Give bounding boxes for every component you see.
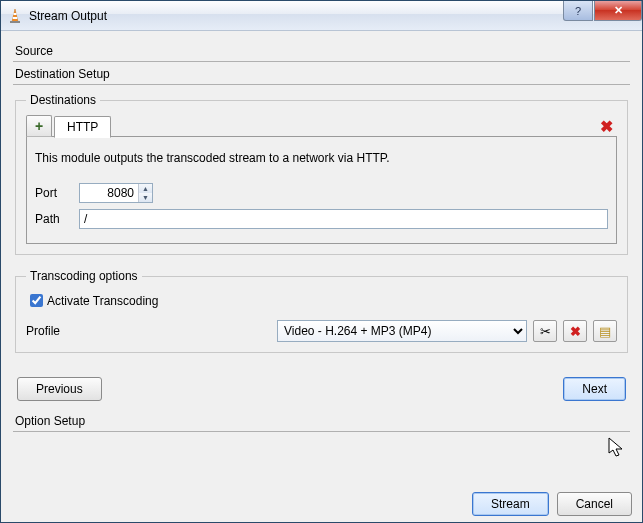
svg-rect-1 — [14, 13, 17, 15]
profile-row: Profile Video - H.264 + MP3 (MP4) ✂ ✖ ▤ — [26, 320, 617, 342]
stream-output-window: Stream Output ? ✕ Source Destination Set… — [0, 0, 643, 523]
spacer2 — [13, 434, 630, 478]
module-description: This module outputs the transcoded strea… — [35, 151, 608, 165]
transcoding-group: Transcoding options Activate Transcoding… — [15, 269, 628, 353]
stream-button[interactable]: Stream — [472, 492, 549, 516]
titlebar: Stream Output ? ✕ — [1, 1, 642, 31]
transcoding-legend: Transcoding options — [26, 269, 142, 283]
path-label: Path — [35, 212, 79, 226]
svg-rect-3 — [10, 21, 20, 23]
port-row: Port ▲ ▼ — [35, 183, 608, 203]
section-destination-setup[interactable]: Destination Setup — [13, 64, 630, 85]
previous-button[interactable]: Previous — [17, 377, 102, 401]
spinner-up-icon[interactable]: ▲ — [139, 184, 152, 193]
section-source[interactable]: Source — [13, 41, 630, 62]
document-icon: ▤ — [599, 324, 611, 339]
tab-body: This module outputs the transcoded strea… — [26, 136, 617, 244]
add-destination-tab[interactable]: + — [26, 115, 52, 137]
tabs-row: + HTTP ✖ — [26, 115, 617, 137]
window-buttons: ? ✕ — [563, 1, 642, 23]
svg-marker-0 — [12, 9, 18, 22]
activate-transcoding-checkbox[interactable] — [30, 294, 43, 307]
port-label: Port — [35, 186, 79, 200]
wrench-icon: ✂ — [540, 324, 551, 339]
spinner-arrows: ▲ ▼ — [138, 184, 152, 202]
bottom-buttons: Stream Cancel — [1, 486, 642, 522]
edit-profile-button[interactable]: ✂ — [533, 320, 557, 342]
cancel-button[interactable]: Cancel — [557, 492, 632, 516]
tab-http[interactable]: HTTP — [54, 116, 111, 138]
path-row: Path — [35, 209, 608, 229]
remove-destination-icon[interactable]: ✖ — [600, 117, 617, 136]
nav-row: Previous Next — [17, 377, 626, 401]
tab-label: HTTP — [67, 120, 98, 134]
profile-select[interactable]: Video - H.264 + MP3 (MP4) — [277, 320, 527, 342]
dialog-body: Source Destination Setup Destinations + … — [1, 31, 642, 486]
next-button[interactable]: Next — [563, 377, 626, 401]
profile-label: Profile — [26, 324, 86, 338]
new-profile-button[interactable]: ▤ — [593, 320, 617, 342]
close-button[interactable]: ✕ — [594, 1, 642, 21]
plus-icon: + — [35, 119, 43, 133]
destinations-legend: Destinations — [26, 93, 100, 107]
port-input[interactable] — [80, 184, 138, 202]
spacer — [102, 377, 564, 401]
activate-transcoding-label: Activate Transcoding — [47, 294, 158, 308]
spinner-down-icon[interactable]: ▼ — [139, 193, 152, 202]
vlc-icon — [7, 8, 23, 24]
path-input[interactable] — [79, 209, 608, 229]
activate-transcoding-row: Activate Transcoding — [26, 291, 617, 310]
svg-rect-2 — [13, 17, 17, 19]
delete-profile-button[interactable]: ✖ — [563, 320, 587, 342]
port-spinner[interactable]: ▲ ▼ — [79, 183, 153, 203]
delete-icon: ✖ — [570, 324, 581, 339]
help-button[interactable]: ? — [563, 1, 593, 21]
window-title: Stream Output — [29, 9, 563, 23]
section-option-setup[interactable]: Option Setup — [13, 411, 630, 432]
destinations-group: Destinations + HTTP ✖ This module output… — [15, 93, 628, 255]
